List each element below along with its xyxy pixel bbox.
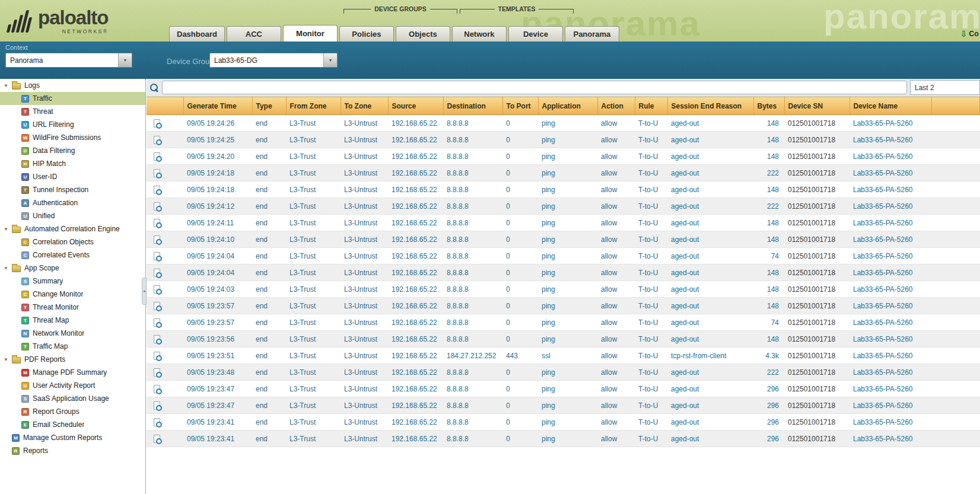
sidebar-item-user-activity-report[interactable]: UUser Activity Report <box>0 379 145 392</box>
sidebar-item-threat-monitor[interactable]: TThreat Monitor <box>0 301 145 314</box>
tab-monitor[interactable]: Monitor <box>283 25 338 42</box>
column-header-generate_time[interactable]: Generate Time <box>183 97 252 115</box>
log-detail-icon[interactable] <box>154 435 160 443</box>
log-detail-icon[interactable] <box>154 418 160 426</box>
sidebar-item-authentication[interactable]: AAuthentication <box>0 196 145 209</box>
log-detail-icon[interactable] <box>154 136 160 144</box>
sidebar-item-label: App Scope <box>24 264 59 272</box>
column-header-action[interactable]: Action <box>597 97 635 115</box>
sidebar-item-correlation-objects[interactable]: CCorrelation Objects <box>0 235 145 248</box>
tab-dashboard[interactable]: Dashboard <box>169 26 225 42</box>
log-detail-icon[interactable] <box>154 352 160 360</box>
sidebar-item-change-monitor[interactable]: CChange Monitor <box>0 288 145 301</box>
commit-button[interactable]: ⇩ Co <box>960 30 979 38</box>
device-group-select-arrow-icon[interactable]: ▼ <box>323 53 337 67</box>
sidebar-item-pdf-reports[interactable]: ▼PDF Reports <box>0 353 145 366</box>
log-detail-icon[interactable] <box>154 202 160 211</box>
sidebar-item-label: Threat Monitor <box>33 303 79 311</box>
sidebar-item-unified[interactable]: UUnified <box>0 209 145 222</box>
sidebar-item-network-monitor[interactable]: NNetwork Monitor <box>0 327 145 340</box>
column-header-bytes[interactable]: Bytes <box>753 97 784 115</box>
sidebar-item-logs[interactable]: ▼Logs <box>0 79 145 92</box>
sidebar-item-manage-custom-reports[interactable]: MManage Custom Reports <box>0 431 145 444</box>
column-header-detail[interactable] <box>147 97 183 115</box>
column-header-to_port[interactable]: To Port <box>502 97 538 115</box>
sidebar-item-hip-match[interactable]: HHIP Match <box>0 157 145 170</box>
cell-bytes: 74 <box>753 248 784 264</box>
sidebar-item-user-id[interactable]: UUser-ID <box>0 170 145 183</box>
time-range-select[interactable]: Last 2 <box>910 80 980 95</box>
sidebar-item-reports[interactable]: RReports <box>0 444 145 457</box>
expand-arrow-icon[interactable]: ▼ <box>4 357 12 362</box>
column-header-source[interactable]: Source <box>388 97 443 115</box>
cell-destination: 8.8.8.8 <box>443 165 502 181</box>
log-detail-icon[interactable] <box>154 285 160 294</box>
sidebar-item-data-filtering[interactable]: DData Filtering <box>0 144 145 157</box>
log-detail-icon[interactable] <box>154 252 160 260</box>
sidebar-collapse-handle[interactable]: ◄ <box>142 278 147 305</box>
sidebar-item-email-scheduler[interactable]: EEmail Scheduler <box>0 418 145 431</box>
cell-destination: 8.8.8.8 <box>443 115 502 132</box>
column-header-from_zone[interactable]: From Zone <box>286 97 341 115</box>
log-detail-icon[interactable] <box>154 186 160 194</box>
column-header-session_end_reason[interactable]: Session End Reason <box>667 97 753 115</box>
log-row: 09/05 19:24:18endL3-TrustL3-Untrust192.1… <box>147 181 980 198</box>
sidebar-item-wildfire-submissions[interactable]: WWildFire Submissions <box>0 131 145 144</box>
threat-map-icon: T <box>21 317 29 324</box>
sidebar-item-url-filtering[interactable]: UURL Filtering <box>0 118 145 131</box>
tab-panorama[interactable]: Panorama <box>565 26 619 42</box>
expand-arrow-icon[interactable]: ▼ <box>4 227 12 232</box>
sidebar-item-saas-application-usage[interactable]: SSaaS Application Usage <box>0 392 145 405</box>
device-group-select[interactable]: Lab33-65-DG ▼ <box>209 53 338 68</box>
log-detail-icon[interactable] <box>154 335 160 343</box>
log-filter-input[interactable] <box>162 81 907 94</box>
sidebar-item-report-groups[interactable]: RReport Groups <box>0 405 145 418</box>
log-detail-icon[interactable] <box>154 302 160 310</box>
tab-policies[interactable]: Policies <box>339 26 394 42</box>
sidebar-item-traffic[interactable]: TTraffic <box>0 92 145 105</box>
log-detail-icon[interactable] <box>154 401 160 410</box>
log-detail-icon[interactable] <box>154 152 160 161</box>
column-header-type[interactable]: Type <box>252 97 286 115</box>
column-header-application[interactable]: Application <box>538 97 597 115</box>
tab-device[interactable]: Device <box>508 26 563 42</box>
sidebar-item-traffic-map[interactable]: TTraffic Map <box>0 340 145 353</box>
log-detail-icon[interactable] <box>154 219 160 227</box>
tab-network[interactable]: Network <box>452 26 507 42</box>
sidebar-item-label: Traffic <box>33 94 52 103</box>
tab-objects[interactable]: Objects <box>396 26 450 42</box>
log-detail-icon[interactable] <box>154 235 160 244</box>
context-select-arrow-icon[interactable]: ▼ <box>118 53 132 67</box>
log-detail-icon[interactable] <box>154 169 160 177</box>
expand-arrow-icon[interactable]: ▼ <box>4 266 12 271</box>
sidebar-item-app-scope[interactable]: ▼App Scope <box>0 262 145 275</box>
column-header-device_name[interactable]: Device Name <box>849 97 931 115</box>
sidebar-item-summary[interactable]: SSummary <box>0 275 145 288</box>
column-header-destination[interactable]: Destination <box>443 97 502 115</box>
log-detail-icon[interactable] <box>154 269 160 277</box>
log-row: 09/05 19:23:56endL3-TrustL3-Untrust192.1… <box>147 331 980 348</box>
sidebar-item-correlated-events[interactable]: CCorrelated Events <box>0 248 145 262</box>
cell-from_zone: L3-Trust <box>286 381 341 397</box>
log-detail-icon[interactable] <box>154 368 160 377</box>
column-header-to_zone[interactable]: To Zone <box>341 97 388 115</box>
sidebar-item-automated-correlation-engine[interactable]: ▼Automated Correlation Engine <box>0 222 145 235</box>
context-select[interactable]: Panorama ▼ <box>5 53 132 68</box>
sidebar-item-threat-map[interactable]: TThreat Map <box>0 314 145 327</box>
log-detail-icon[interactable] <box>154 385 160 393</box>
column-header-device_sn[interactable]: Device SN <box>784 97 849 115</box>
cell-filler <box>931 364 980 381</box>
tab-acc[interactable]: ACC <box>227 26 281 42</box>
cell-from_zone: L3-Trust <box>286 431 341 447</box>
log-detail-icon[interactable] <box>154 119 160 128</box>
cell-application: ping <box>538 414 597 431</box>
cell-generate_time: 09/05 19:23:51 <box>183 348 252 364</box>
log-detail-icon[interactable] <box>154 318 160 327</box>
cell-generate_time: 09/05 19:24:26 <box>183 115 252 132</box>
expand-arrow-icon[interactable]: ▼ <box>4 83 12 88</box>
time-range-value: Last 2 <box>915 84 934 92</box>
sidebar-item-threat[interactable]: TThreat <box>0 105 145 118</box>
column-header-rule[interactable]: Rule <box>635 97 667 115</box>
sidebar-item-manage-pdf-summary[interactable]: MManage PDF Summary <box>0 366 145 379</box>
sidebar-item-tunnel-inspection[interactable]: TTunnel Inspection <box>0 183 145 196</box>
